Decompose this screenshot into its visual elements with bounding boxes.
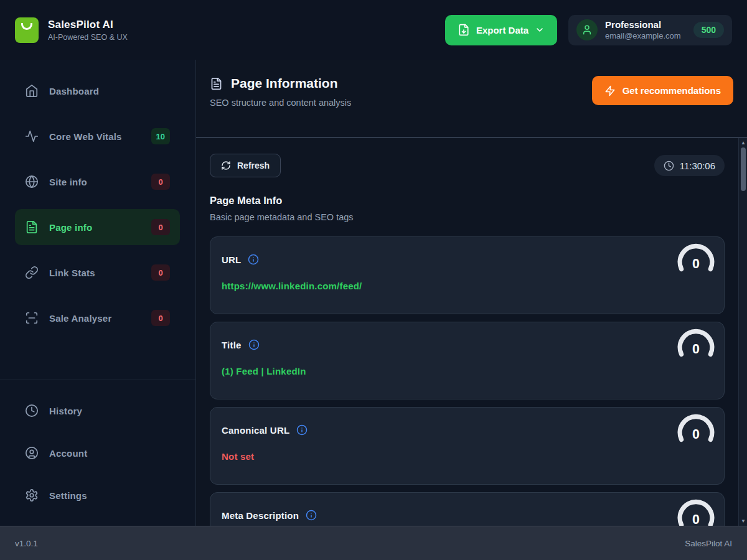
main-panel: Page Information SEO structure and conte… bbox=[196, 60, 747, 526]
gear-icon bbox=[25, 488, 39, 502]
link-icon bbox=[25, 266, 39, 279]
sidebar-item-dashboard[interactable]: Dashboard bbox=[15, 73, 180, 109]
card-label: Canonical URL bbox=[222, 425, 289, 436]
activity-icon bbox=[25, 129, 39, 143]
toolbar: Refresh 11:30:06 bbox=[210, 154, 725, 177]
sidebar-divider bbox=[0, 380, 195, 380]
score-value: 0 bbox=[692, 256, 700, 271]
clock-icon bbox=[664, 161, 674, 171]
credits-badge: 500 bbox=[693, 22, 724, 38]
sidebar-item-link-stats[interactable]: Link Stats 0 bbox=[15, 254, 180, 291]
card-value: Not set bbox=[222, 451, 662, 462]
info-icon[interactable] bbox=[296, 424, 308, 436]
profile-card[interactable]: Professional email@example.com 500 bbox=[568, 15, 732, 45]
card-meta-description: Meta Description 0 bbox=[210, 492, 725, 526]
section-title: Page Meta Info bbox=[210, 195, 725, 207]
export-data-label: Export Data bbox=[476, 25, 529, 35]
card-value: https://www.linkedin.com/feed/ bbox=[222, 281, 662, 291]
score-value: 0 bbox=[692, 342, 700, 357]
score-gauge-icon: 0 bbox=[674, 413, 718, 447]
card-url: URL https://www.linkedin.com/feed/ 0 bbox=[210, 236, 725, 314]
count-badge: 0 bbox=[151, 174, 170, 190]
user-icon bbox=[581, 24, 593, 35]
count-badge: 0 bbox=[151, 219, 170, 235]
timestamp: 11:30:06 bbox=[680, 161, 715, 171]
shopping-bag-icon bbox=[15, 17, 39, 43]
home-icon bbox=[25, 84, 39, 98]
card-title: Title (1) Feed | LinkedIn 0 bbox=[210, 322, 725, 399]
score-value: 0 bbox=[692, 512, 700, 526]
refresh-button[interactable]: Refresh bbox=[210, 154, 281, 177]
info-icon[interactable] bbox=[248, 254, 259, 265]
page-subtitle: SEO structure and content analysis bbox=[210, 98, 351, 108]
app-footer: v1.0.1 SalesPilot AI bbox=[0, 526, 747, 560]
score-gauge-icon: 0 bbox=[674, 243, 718, 276]
section-subtitle: Basic page metadata and SEO tags bbox=[210, 212, 725, 222]
vertical-scrollbar[interactable]: ▲ ▼ bbox=[738, 138, 747, 526]
scroll-down-arrow-icon[interactable]: ▼ bbox=[739, 518, 747, 524]
sidebar-item-sale-analyser[interactable]: Sale Analyser 0 bbox=[15, 300, 180, 336]
export-data-button[interactable]: Export Data bbox=[445, 15, 557, 45]
brand-tagline: AI-Powered SEO & UX bbox=[48, 33, 128, 42]
scan-line-icon bbox=[25, 311, 39, 325]
brand-title: SalesPilot AI bbox=[48, 19, 128, 31]
globe-icon bbox=[25, 175, 39, 189]
get-recommendations-button[interactable]: Get recommendations bbox=[592, 76, 733, 105]
sidebar: Dashboard Core Web Vitals 10 Site info 0… bbox=[0, 60, 196, 526]
info-icon[interactable] bbox=[248, 339, 260, 350]
scroll-up-arrow-icon[interactable]: ▲ bbox=[739, 140, 747, 146]
count-badge: 0 bbox=[151, 310, 170, 326]
score-gauge-icon: 0 bbox=[674, 328, 718, 362]
refresh-icon bbox=[221, 161, 231, 170]
chevron-down-icon bbox=[535, 25, 545, 35]
sidebar-item-settings[interactable]: Settings bbox=[15, 477, 180, 513]
info-icon[interactable] bbox=[306, 510, 317, 521]
file-down-icon bbox=[458, 24, 470, 36]
sidebar-item-site-info[interactable]: Site info 0 bbox=[15, 164, 180, 200]
score-value: 0 bbox=[692, 427, 700, 442]
scrollbar-thumb[interactable] bbox=[741, 147, 746, 191]
page-title-block: Page Information SEO structure and conte… bbox=[210, 76, 351, 108]
footer-brand: SalesPilot AI bbox=[685, 539, 732, 548]
sidebar-nav: Dashboard Core Web Vitals 10 Site info 0… bbox=[15, 73, 180, 376]
card-label: URL bbox=[222, 254, 241, 265]
top-header: SalesPilot AI AI-Powered SEO & UX Export… bbox=[0, 0, 747, 60]
app-window: SalesPilot AI AI-Powered SEO & UX Export… bbox=[0, 0, 747, 560]
clock-icon bbox=[25, 404, 39, 418]
avatar bbox=[576, 19, 598, 40]
bag-handle bbox=[21, 23, 32, 30]
version-label: v1.0.1 bbox=[15, 539, 38, 548]
count-badge: 0 bbox=[151, 264, 170, 281]
sidebar-item-account[interactable]: Account bbox=[15, 435, 180, 471]
get-recommendations-label: Get recommendations bbox=[622, 85, 721, 96]
meta-cards-list: URL https://www.linkedin.com/feed/ 0 Tit… bbox=[210, 236, 725, 526]
sidebar-item-page-info[interactable]: Page info 0 bbox=[15, 209, 180, 245]
profile-text: Professional email@example.com bbox=[605, 19, 681, 40]
sidebar-item-core-web-vitals[interactable]: Core Web Vitals 10 bbox=[15, 118, 180, 154]
brand-block: SalesPilot AI AI-Powered SEO & UX bbox=[48, 19, 128, 42]
page-header: Page Information SEO structure and conte… bbox=[196, 60, 747, 138]
card-value: (1) Feed | LinkedIn bbox=[222, 366, 662, 376]
score-gauge-icon: 0 bbox=[674, 498, 718, 526]
profile-email: email@example.com bbox=[605, 31, 681, 40]
section-header: Page Meta Info Basic page metadata and S… bbox=[210, 195, 725, 222]
refresh-label: Refresh bbox=[237, 161, 270, 170]
scroll-content: Refresh 11:30:06 Page Meta Info Basic pa… bbox=[196, 138, 747, 526]
sidebar-item-history[interactable]: History bbox=[15, 393, 180, 429]
page-title: Page Information bbox=[231, 76, 338, 91]
file-text-icon bbox=[25, 220, 39, 234]
sidebar-footer-nav: History Account Settings bbox=[15, 393, 180, 520]
count-badge: 10 bbox=[151, 128, 170, 144]
card-label: Title bbox=[222, 340, 242, 350]
plan-name: Professional bbox=[605, 19, 681, 30]
zap-icon bbox=[604, 85, 616, 96]
card-label: Meta Description bbox=[222, 510, 299, 521]
circle-user-icon bbox=[25, 446, 39, 460]
timestamp-pill: 11:30:06 bbox=[654, 155, 725, 176]
file-text-icon bbox=[210, 77, 223, 90]
card-canonical-url: Canonical URL Not set 0 bbox=[210, 407, 725, 485]
